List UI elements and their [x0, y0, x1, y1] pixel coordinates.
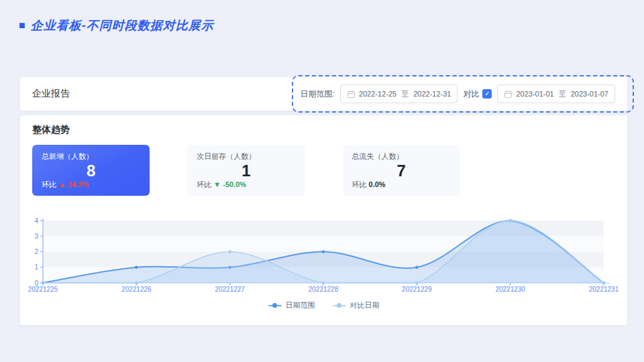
stat-card-retention[interactable]: 次日留存（人数） 1 环比 ▼ -50.0%	[187, 145, 305, 196]
trend-chart-canvas[interactable]: 0123420221225202212262022122720221228202…	[32, 216, 615, 295]
stat-value: 1	[197, 163, 295, 179]
svg-text:20221226: 20221226	[121, 286, 152, 293]
legend-item-date-range[interactable]: 日期范围	[268, 300, 315, 310]
date-controls: 日期范围: 2022-12-25 至 2022-12-31 对比 ✓ 2023-…	[301, 84, 615, 103]
svg-text:20221230: 20221230	[495, 286, 525, 293]
stat-delta: 环比 0.0%	[352, 180, 451, 190]
stat-label: 总流失（人数）	[352, 152, 451, 162]
svg-text:20221231: 20221231	[589, 286, 619, 293]
line-series-marker-icon	[333, 303, 346, 308]
stat-label: 总新增（人数）	[42, 152, 140, 162]
title-bullet-icon: ■	[19, 20, 26, 31]
chart-legend: 日期范围 对比日期	[32, 300, 615, 310]
legend-label: 对比日期	[350, 300, 380, 310]
date-end-compare: 2023-01-07	[571, 90, 608, 98]
svg-text:20221225: 20221225	[28, 286, 58, 293]
svg-text:2: 2	[34, 248, 38, 255]
stat-card-empty	[498, 145, 615, 196]
section-title: 整体趋势	[32, 124, 615, 136]
svg-text:20221229: 20221229	[402, 286, 432, 293]
svg-text:4: 4	[34, 217, 38, 225]
page-title-text: 企业看板-不同时段数据对比展示	[31, 17, 214, 34]
date-range-label: 日期范围:	[301, 88, 335, 100]
stat-card-new-users[interactable]: 总新增（人数） 8 环比 ▲ 14.3%	[32, 145, 150, 196]
stat-delta: 环比 ▼ -50.0%	[197, 180, 295, 190]
svg-text:1: 1	[34, 263, 38, 271]
stat-value: 8	[42, 163, 140, 179]
legend-label: 日期范围	[286, 300, 315, 310]
compare-toggle-group: 对比 ✓	[463, 88, 492, 100]
calendar-icon	[504, 90, 513, 99]
report-header-card: 企业报告 日期范围: 2022-12-25 至 2022-12-31 对比 ✓	[20, 77, 627, 111]
svg-text:3: 3	[34, 233, 38, 240]
trend-chart[interactable]: 0123420221225202212262022122720221228202…	[32, 216, 615, 310]
date-start-compare: 2023-01-01	[516, 90, 553, 98]
date-separator: 至	[557, 89, 568, 99]
trend-card: 整体趋势 总新增（人数） 8 环比 ▲ 14.3% 次日留存（人数） 1 环比 …	[20, 115, 627, 325]
stats-row: 总新增（人数） 8 环比 ▲ 14.3% 次日留存（人数） 1 环比 ▼ -50…	[32, 145, 615, 196]
stat-card-churn[interactable]: 总流失（人数） 7 环比 0.0%	[343, 145, 460, 196]
compare-label: 对比	[463, 88, 479, 100]
legend-item-compare-date[interactable]: 对比日期	[333, 300, 380, 310]
stat-label: 次日留存（人数）	[197, 152, 295, 162]
stat-delta: 环比 ▲ 14.3%	[42, 180, 140, 190]
line-series-marker-icon	[268, 303, 282, 308]
page-title: ■ 企业看板-不同时段数据对比展示	[19, 17, 214, 34]
calendar-icon	[347, 90, 356, 99]
dashboard-page: ■ 企业看板-不同时段数据对比展示 企业报告 日期范围: 2022-12-25 …	[0, 0, 644, 362]
date-range-input-primary[interactable]: 2022-12-25 至 2022-12-31	[340, 84, 458, 103]
date-end-primary: 2022-12-31	[413, 90, 451, 98]
date-start-primary: 2022-12-25	[359, 90, 396, 98]
compare-checkbox[interactable]: ✓	[482, 89, 492, 99]
date-separator: 至	[400, 89, 410, 99]
svg-text:20221227: 20221227	[215, 286, 245, 293]
date-range-input-compare[interactable]: 2023-01-01 至 2023-01-07	[497, 84, 615, 103]
svg-text:20221228: 20221228	[309, 286, 339, 293]
stat-value: 7	[352, 163, 451, 179]
report-title: 企业报告	[32, 88, 70, 100]
